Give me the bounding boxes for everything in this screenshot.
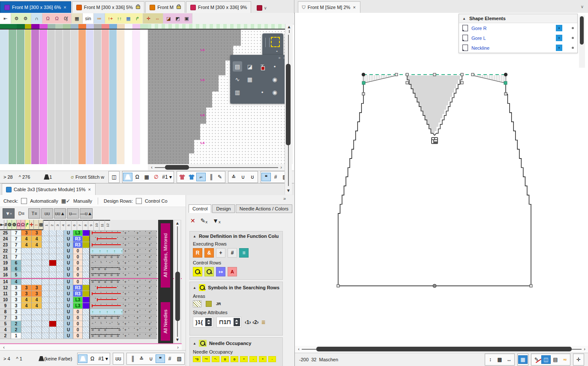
occupancy-chip[interactable]: · xyxy=(249,356,257,362)
function-cell[interactable] xyxy=(49,285,57,291)
Control[interactable]: Control xyxy=(189,204,211,213)
needle-column-header[interactable]: 6 xyxy=(71,220,77,230)
needle-column-header[interactable]: 5 xyxy=(66,220,71,230)
scroll-down-icon[interactable]: ▼ xyxy=(174,338,180,342)
yarn-feeder-icon[interactable]: ⚙ xyxy=(12,14,21,23)
occupancy-chip[interactable]: · xyxy=(268,356,276,362)
group-cell[interactable]: 3 xyxy=(11,297,21,303)
value-cell[interactable] xyxy=(21,327,32,333)
shape-dotted-button[interactable] xyxy=(187,173,196,181)
column-header[interactable] xyxy=(0,24,9,29)
needle-pattern-cells[interactable]: o o o o o o + + + + + + xyxy=(90,254,157,260)
value-cell[interactable]: 3 xyxy=(32,285,42,291)
stretch-width-icon[interactable]: ⇔ xyxy=(153,14,162,23)
racking-cell[interactable]: R3 xyxy=(73,242,83,248)
bracket-markers[interactable]: ‹1› ‹2› xyxy=(245,319,259,325)
value-cell[interactable]: 3 xyxy=(21,285,32,291)
function-cell[interactable] xyxy=(42,236,49,242)
needle-action-cell[interactable]: U xyxy=(64,285,73,291)
stitch-length-button[interactable]: Ω xyxy=(132,173,142,181)
copy-region-icon[interactable]: ◩ xyxy=(173,14,182,23)
function-cell[interactable] xyxy=(42,266,49,272)
row-number-cell[interactable]: 10 xyxy=(0,297,11,303)
garment-shape-canvas[interactable] xyxy=(295,13,588,346)
close-tab-icon[interactable]: × xyxy=(88,187,91,192)
scrollbar-thumb[interactable] xyxy=(580,16,584,45)
yarn-field-columns[interactable] xyxy=(0,24,148,164)
handle-gore-right[interactable] xyxy=(504,81,507,84)
function-cell[interactable] xyxy=(57,315,64,321)
vertical-scrollbar[interactable]: ▲ ▼ xyxy=(174,220,181,343)
filter-button[interactable]: ▼▫ xyxy=(3,208,15,219)
column-header[interactable] xyxy=(86,24,94,29)
value-cell[interactable]: 4 xyxy=(21,236,32,242)
value-cell[interactable]: 4 xyxy=(21,242,32,248)
occupancy-chip[interactable]: * xyxy=(240,356,248,362)
needle-column-header[interactable]: 8 xyxy=(82,220,88,230)
needle-action-cell[interactable]: U xyxy=(64,254,73,260)
extra-color-cell[interactable] xyxy=(83,230,90,236)
group-cell[interactable]: 1 xyxy=(11,333,21,339)
gore-u-button[interactable]: ∪ xyxy=(146,354,156,363)
needle-column-header[interactable]: 7 xyxy=(77,220,82,230)
function-cell[interactable] xyxy=(57,279,64,285)
handle[interactable] xyxy=(461,73,463,76)
row-number-cell[interactable]: 11 xyxy=(0,291,11,297)
extra-color-cell[interactable] xyxy=(83,315,90,321)
cable-cross-left-mirror-button[interactable]: ʊʊ▲ xyxy=(54,208,66,219)
needle-column-header[interactable]: 11 xyxy=(99,220,105,230)
paste-region-icon[interactable]: ▣ xyxy=(182,14,191,23)
function-cell[interactable] xyxy=(42,254,49,260)
column-mask-button[interactable]: ▐ xyxy=(206,173,215,181)
value-cell[interactable] xyxy=(32,260,42,266)
value-cell[interactable] xyxy=(21,248,32,254)
layer-dropdown[interactable]: #1 ▾ xyxy=(97,354,109,363)
needle-pattern-cells[interactable]: o o o o o o + + + + + + xyxy=(90,333,157,339)
sintral-icon[interactable]: sin xyxy=(84,14,93,23)
horizontal-scrollbar[interactable]: ‹ › xyxy=(295,346,588,353)
value-cell[interactable]: 3 xyxy=(32,291,42,297)
scroll-left-icon[interactable]: ‹ xyxy=(149,165,155,170)
function-cell[interactable] xyxy=(42,297,49,303)
pattern-column[interactable] xyxy=(117,30,125,164)
delete-button[interactable]: ✕ xyxy=(190,217,195,224)
pattern-column[interactable] xyxy=(39,30,48,164)
function-cell[interactable] xyxy=(49,248,57,254)
occupancy-chip[interactable]: "0 xyxy=(193,356,201,362)
structure-header-cell[interactable]: ↱ xyxy=(25,220,30,230)
needle-pattern-cells[interactable]: o o o o o o + + + + + + xyxy=(90,315,157,321)
function-cell[interactable] xyxy=(42,291,49,297)
element-option-dot[interactable] xyxy=(572,37,574,39)
yarn-tension-icon[interactable]: ≔ xyxy=(95,14,104,23)
function-cell[interactable] xyxy=(42,248,49,254)
scrollbar-thumb[interactable] xyxy=(316,347,572,351)
row-number-cell[interactable]: 2 xyxy=(0,333,11,339)
pattern-column[interactable] xyxy=(63,30,71,164)
value-cell[interactable] xyxy=(32,315,42,321)
function-cell[interactable] xyxy=(57,303,64,309)
polyline-icon[interactable]: ∿ xyxy=(233,74,242,84)
measure-horizontal-button[interactable]: ↔ xyxy=(504,355,514,364)
structure-tab[interactable]: Cable 3x3 [Structure Module] 15% × xyxy=(2,183,96,195)
handle[interactable] xyxy=(362,93,365,95)
clear-yarn-button[interactable]: ▼ₓ xyxy=(213,217,220,224)
function-cell[interactable] xyxy=(42,333,49,339)
gore-u-button[interactable]: ∪ xyxy=(238,173,248,181)
grid-toggle-button[interactable]: # xyxy=(271,173,280,181)
table-colors-button[interactable]: ◫ xyxy=(541,355,551,364)
extra-color-cell[interactable] xyxy=(83,291,90,297)
handle-shoulder-right[interactable] xyxy=(504,73,507,76)
needle-pattern-cells[interactable]: + + + + + + xyxy=(90,242,157,248)
needle-pattern-cells[interactable]: + + + + + + xyxy=(90,303,157,309)
group-cell[interactable]: 7 xyxy=(11,242,21,248)
close-tab-icon[interactable]: × xyxy=(63,5,66,10)
value-cell[interactable] xyxy=(32,254,42,260)
handle[interactable] xyxy=(395,73,398,76)
needle-pattern-cells[interactable]: + + + + + + xyxy=(90,236,157,242)
value-cell[interactable]: 4 xyxy=(32,297,42,303)
scrollbar-thumb[interactable] xyxy=(165,165,189,170)
racking-cell[interactable]: 0 xyxy=(73,321,83,327)
yarn-feeder-insert-icon[interactable]: ⚙ xyxy=(21,14,30,23)
structure-header-cell[interactable]: Ω xyxy=(21,220,25,230)
handle[interactable] xyxy=(504,93,507,95)
